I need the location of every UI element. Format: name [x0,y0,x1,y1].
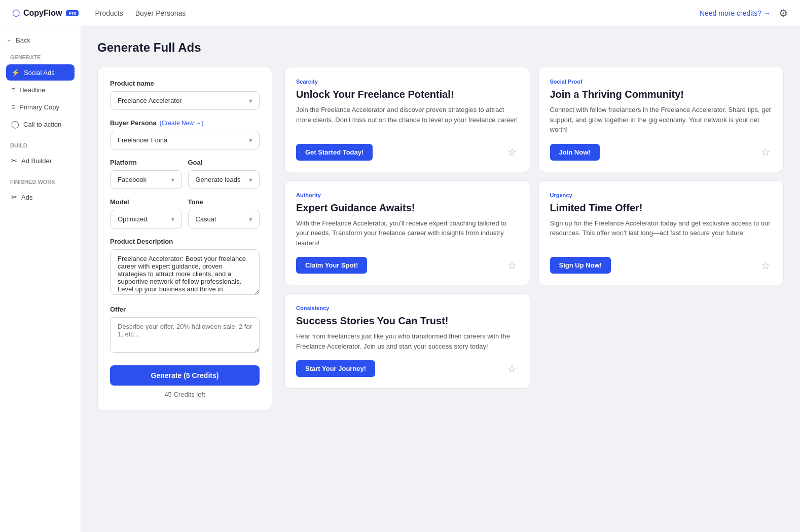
buyer-persona-select[interactable]: Freelancer Fiona [110,131,260,149]
description-textarea[interactable]: Freelance Accelerator: Boost your freela… [110,249,260,295]
favorite-button[interactable]: ☆ [759,257,772,274]
build-section: Build ✂ Ad Builder [6,142,75,169]
ad-tag: Social Proof [550,79,773,85]
favorite-button[interactable]: ☆ [505,361,519,377]
offer-field: Offer [110,306,260,354]
buyer-persona-field: Buyer Persona (Create New →) Freelancer … [110,119,260,149]
ad-card: Authority Expert Guidance Awaits! With t… [284,180,530,286]
topnav-right: Need more credits? → ⚙ [700,7,788,19]
favorite-button[interactable]: ☆ [759,144,772,160]
content-area: Product name Freelance Accelerator ▼ Buy… [97,67,784,411]
logo-icon: ⬡ [12,8,20,19]
platform-select-wrapper: Facebook ▼ [110,170,182,189]
platform-goal-row: Platform Facebook ▼ Goal Generate le [110,159,260,189]
description-field: Product Description Freelance Accelerato… [110,238,260,296]
cta-icon: ◯ [11,120,19,128]
sidebar-item-call-to-action[interactable]: ◯ Call to action [6,116,75,132]
logo[interactable]: ⬡ CopyFlowPro [12,8,79,19]
main-content: Generate Full Ads Product name Freelance… [81,26,800,532]
sidebar-item-primary-copy[interactable]: ≡ Primary Copy [6,99,75,115]
ad-footer: Claim Your Spot! ☆ [296,257,519,274]
sidebar-label-headline: Headline [19,86,45,94]
ad-headline: Join a Thriving Community! [550,88,773,101]
sidebar-label-social-ads: Social Ads [24,69,55,77]
page-title: Generate Full Ads [97,41,784,55]
sidebar-label-ad-builder: Ad Builder [21,157,52,165]
ad-headline: Success Stories You Can Trust! [296,314,519,327]
goal-label: Goal [188,159,260,166]
ad-card: Consistency Success Stories You Can Trus… [284,293,530,389]
build-section-label: Build [6,142,75,148]
sidebar: ← Back Generate ⚡ Social Ads ≡ Headline … [0,26,81,532]
offer-label: Offer [110,306,260,313]
ads-icon: ✂ [11,193,17,201]
model-select-wrapper: Optimized ▼ [110,210,182,229]
create-new-persona-link[interactable]: (Create New →) [160,120,204,127]
ad-footer: Join Now! ☆ [550,144,773,161]
ad-tag: Authority [296,192,519,198]
product-name-field: Product name Freelance Accelerator ▼ [110,80,260,110]
tone-field: Tone Casual ▼ [188,198,260,229]
ad-cta-button[interactable]: Join Now! [550,144,600,161]
ad-cta-button[interactable]: Claim Your Spot! [296,257,367,274]
headline-icon: ≡ [11,86,15,94]
ad-body: Connect with fellow freelancers in the F… [550,105,773,135]
sidebar-item-headline[interactable]: ≡ Headline [6,82,75,98]
tone-select[interactable]: Casual [188,210,260,229]
form-panel: Product name Freelance Accelerator ▼ Buy… [97,67,272,411]
goal-field: Goal Generate leads ▼ [188,159,260,189]
generate-section-label: Generate [6,54,75,60]
ad-tag: Urgency [550,192,773,198]
ad-tag: Scarcity [296,79,519,85]
back-button[interactable]: ← Back [6,36,75,44]
model-select[interactable]: Optimized [110,210,182,229]
sidebar-item-ads[interactable]: ✂ Ads [6,189,75,205]
nav-products[interactable]: Products [95,9,123,17]
nav-buyer-personas[interactable]: Buyer Personas [135,9,186,17]
platform-field: Platform Facebook ▼ [110,159,182,189]
social-ads-icon: ⚡ [11,68,20,77]
generate-section: Generate ⚡ Social Ads ≡ Headline ≡ Prima… [6,54,75,132]
ad-footer: Sign Up Now! ☆ [550,257,773,274]
sidebar-label-ads: Ads [21,194,32,201]
ad-tag: Consistency [296,305,519,311]
favorite-button[interactable]: ☆ [505,257,519,274]
settings-icon[interactable]: ⚙ [779,7,788,19]
goal-select[interactable]: Generate leads [188,170,260,189]
goal-select-wrapper: Generate leads ▼ [188,170,260,189]
sidebar-label-primary-copy: Primary Copy [19,103,59,111]
ad-body: Hear from freelancers just like you who … [296,331,519,351]
ad-card: Urgency Limited Time Offer! Sign up for … [538,180,784,286]
buyer-persona-select-wrapper: Freelancer Fiona ▼ [110,131,260,149]
top-navigation: ⬡ CopyFlowPro Products Buyer Personas Ne… [0,0,800,26]
ad-cta-button[interactable]: Sign Up Now! [550,257,611,274]
sidebar-item-social-ads[interactable]: ⚡ Social Ads [6,64,75,81]
product-name-label: Product name [110,80,260,87]
offer-textarea[interactable] [110,317,260,353]
primary-copy-icon: ≡ [11,103,15,111]
back-label: Back [16,36,30,44]
ad-footer: Start Your Journey! ☆ [296,360,519,377]
ad-body: With the Freelance Accelerator, you'll r… [296,218,519,248]
product-name-select-wrapper: Freelance Accelerator ▼ [110,91,260,110]
model-label: Model [110,198,182,206]
ad-cta-button[interactable]: Get Started Today! [296,144,373,161]
favorite-button[interactable]: ☆ [505,144,519,160]
ads-grid: Scarcity Unlock Your Freelance Potential… [284,67,784,389]
ad-headline: Unlock Your Freelance Potential! [296,88,519,101]
ad-headline: Expert Guidance Awaits! [296,201,519,214]
need-more-credits-link[interactable]: Need more credits? → [700,9,771,17]
platform-label: Platform [110,159,182,166]
tone-label: Tone [188,198,260,206]
logo-text: CopyFlow [23,9,62,18]
generate-button[interactable]: Generate (5 Credits) [110,365,260,386]
ad-footer: Get Started Today! ☆ [296,144,519,161]
ad-body: Sign up for the Freelance Accelerator to… [550,218,773,248]
product-name-select[interactable]: Freelance Accelerator [110,91,260,110]
ad-builder-icon: ✂ [11,157,17,165]
sidebar-item-ad-builder[interactable]: ✂ Ad Builder [6,153,75,169]
buyer-persona-label-text: Buyer Persona [110,119,157,127]
platform-select[interactable]: Facebook [110,170,182,189]
ad-card: Social Proof Join a Thriving Community! … [538,67,784,172]
ad-cta-button[interactable]: Start Your Journey! [296,360,375,377]
